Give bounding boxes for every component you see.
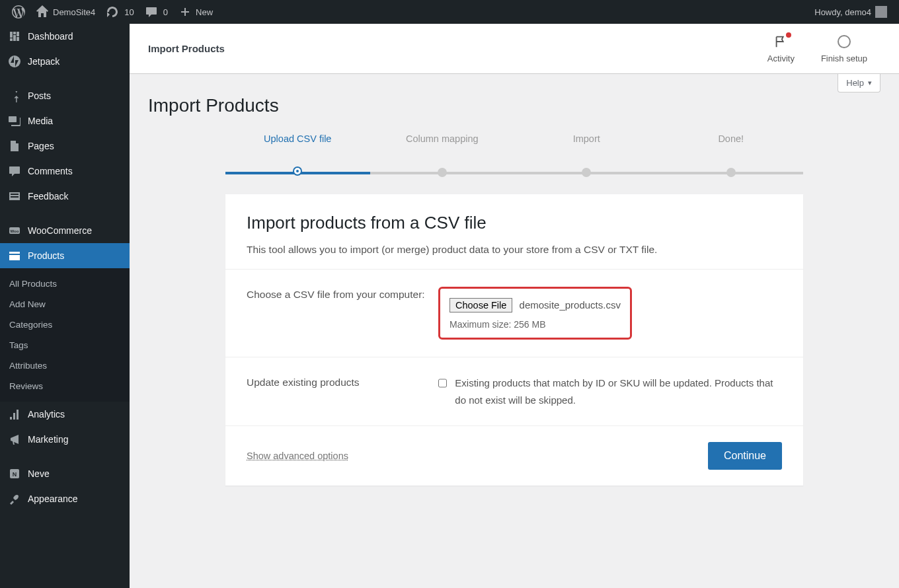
- submenu-attributes[interactable]: Attributes: [0, 355, 130, 376]
- media-icon: [8, 114, 21, 128]
- sidebar-item-label: Comments: [28, 166, 73, 176]
- main-content: Help Import Products Upload CSV file Col…: [130, 74, 899, 588]
- continue-button[interactable]: Continue: [708, 442, 782, 470]
- sidebar-item-analytics[interactable]: Analytics: [0, 402, 130, 427]
- circle-progress-icon: [838, 35, 851, 48]
- sidebar-item-label: WooCommerce: [28, 225, 92, 236]
- wordpress-icon: [12, 5, 25, 18]
- admin-toolbar: DemoSite4 10 0 New Howdy, demo4: [0, 0, 899, 24]
- comments-count: 0: [163, 7, 168, 17]
- activity-label: Activity: [767, 54, 795, 63]
- submenu-all-products[interactable]: All Products: [0, 274, 130, 294]
- svg-point-0: [9, 55, 20, 67]
- step-label: Import: [514, 133, 659, 144]
- products-icon: [8, 249, 21, 262]
- appearance-icon: [8, 492, 21, 505]
- products-submenu: All Products Add New Categories Tags Att…: [0, 268, 130, 402]
- sidebar-item-label: Feedback: [28, 191, 68, 202]
- marketing-icon: [8, 433, 21, 446]
- sidebar-item-posts[interactable]: Posts: [0, 83, 130, 108]
- step-label: Done!: [659, 133, 804, 144]
- wordpress-logo-menu[interactable]: [7, 0, 30, 24]
- sidebar-item-label: Media: [28, 116, 53, 126]
- sidebar-item-label: Dashboard: [28, 31, 73, 42]
- admin-sidebar: Dashboard Jetpack Posts Media Pages Comm…: [0, 24, 130, 588]
- step-dot-icon: [438, 168, 447, 177]
- svg-text:N: N: [13, 471, 17, 478]
- new-content-menu[interactable]: New: [173, 0, 218, 24]
- avatar-icon: [875, 6, 887, 18]
- sidebar-item-dashboard[interactable]: Dashboard: [0, 24, 130, 49]
- step-done: Done!: [659, 133, 804, 156]
- sidebar-item-neve[interactable]: N Neve: [0, 461, 130, 486]
- neve-icon: N: [8, 467, 21, 480]
- choose-file-label: Choose a CSV file from your computer:: [247, 287, 425, 340]
- updates-count: 10: [124, 7, 134, 17]
- step-label: Column mapping: [370, 133, 515, 144]
- update-existing-label: Update existing products: [247, 375, 425, 408]
- card-heading: Import products from a CSV file: [247, 213, 782, 233]
- update-icon: [106, 5, 119, 18]
- finish-setup-button[interactable]: Finish setup: [808, 34, 880, 63]
- comment-icon: [8, 165, 21, 178]
- jetpack-icon: [8, 55, 21, 68]
- analytics-icon: [8, 408, 21, 421]
- show-advanced-link[interactable]: Show advanced options: [247, 451, 348, 461]
- woocommerce-header: Import Products Activity Finish setup: [130, 24, 899, 74]
- import-stepper: Upload CSV file Column mapping Import Do…: [225, 133, 803, 176]
- update-existing-checkbox[interactable]: [438, 377, 447, 389]
- activity-button[interactable]: Activity: [754, 34, 808, 63]
- sidebar-item-label: Products: [28, 250, 64, 261]
- choose-file-button[interactable]: Choose File: [450, 298, 512, 312]
- user-account-menu[interactable]: Howdy, demo4: [809, 0, 892, 24]
- card-subheading: This tool allows you to import (or merge…: [247, 244, 782, 256]
- sidebar-item-products[interactable]: Products: [0, 243, 130, 268]
- submenu-add-new[interactable]: Add New: [0, 294, 130, 314]
- sidebar-item-label: Jetpack: [28, 56, 59, 67]
- sidebar-item-comments[interactable]: Comments: [0, 159, 130, 184]
- step-dot-icon: [726, 168, 736, 177]
- woo-icon: Woo: [8, 224, 21, 237]
- finish-setup-label: Finish setup: [821, 54, 867, 63]
- submenu-reviews[interactable]: Reviews: [0, 376, 130, 396]
- comment-icon: [145, 5, 158, 18]
- max-size-text: Maximum size: 256 MB: [450, 319, 621, 330]
- plus-icon: [178, 5, 192, 18]
- sidebar-item-media[interactable]: Media: [0, 108, 130, 133]
- site-name: DemoSite4: [53, 7, 95, 17]
- step-label: Upload CSV file: [225, 133, 370, 144]
- page-icon: [8, 139, 21, 153]
- pin-icon: [8, 89, 21, 102]
- import-card: Import products from a CSV file This too…: [225, 194, 803, 486]
- sidebar-item-label: Neve: [28, 468, 50, 479]
- sidebar-item-woocommerce[interactable]: Woo WooCommerce: [0, 218, 130, 243]
- new-label: New: [196, 7, 213, 17]
- updates-menu[interactable]: 10: [100, 0, 139, 24]
- home-icon: [36, 5, 49, 18]
- howdy-text: Howdy, demo4: [814, 7, 871, 17]
- sidebar-item-feedback[interactable]: Feedback: [0, 184, 130, 209]
- step-import: Import: [514, 133, 659, 156]
- submenu-tags[interactable]: Tags: [0, 335, 130, 355]
- sidebar-item-label: Posts: [28, 91, 51, 101]
- sidebar-item-jetpack[interactable]: Jetpack: [0, 49, 130, 74]
- sidebar-item-marketing[interactable]: Marketing: [0, 427, 130, 452]
- notification-dot-icon: [786, 32, 791, 38]
- sidebar-item-label: Analytics: [28, 409, 65, 420]
- submenu-categories[interactable]: Categories: [0, 314, 130, 335]
- update-existing-desc: Existing products that match by ID or SK…: [455, 375, 782, 408]
- step-dot-icon: [294, 168, 301, 174]
- sidebar-item-label: Appearance: [28, 494, 78, 504]
- sidebar-item-pages[interactable]: Pages: [0, 133, 130, 159]
- step-column-mapping: Column mapping: [370, 133, 515, 156]
- step-upload: Upload CSV file: [225, 133, 370, 156]
- sidebar-item-appearance[interactable]: Appearance: [0, 486, 130, 511]
- comments-menu[interactable]: 0: [139, 0, 173, 24]
- sidebar-item-label: Pages: [28, 141, 54, 151]
- step-dot-icon: [582, 168, 591, 177]
- sidebar-item-label: Marketing: [28, 434, 68, 445]
- svg-text:Woo: Woo: [11, 229, 19, 233]
- help-tab[interactable]: Help: [838, 74, 880, 92]
- site-name-menu[interactable]: DemoSite4: [30, 0, 100, 24]
- header-title: Import Products: [148, 43, 225, 54]
